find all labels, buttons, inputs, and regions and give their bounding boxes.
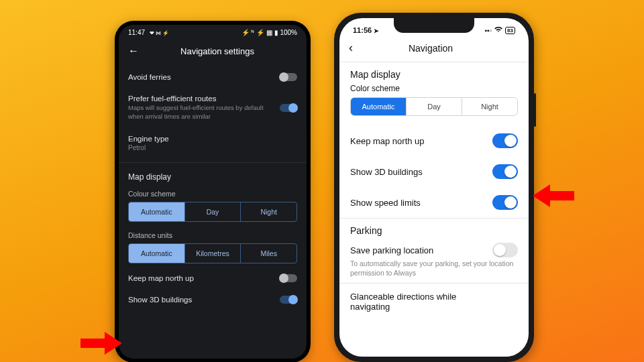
speed-limits-toggle[interactable] bbox=[492, 195, 518, 210]
distance-units-segmented[interactable]: Automatic Kilometres Miles bbox=[128, 243, 297, 263]
show-3d-toggle[interactable] bbox=[492, 164, 518, 179]
android-status-left-icons: ❤ ⋈ ⚡ bbox=[150, 30, 169, 36]
colour-scheme-day[interactable]: Day bbox=[185, 202, 241, 221]
callout-arrow-right bbox=[533, 184, 574, 207]
map-display-section-title: Map display bbox=[128, 166, 297, 184]
ios-screen: 11:56 ➤ ▪▪▫ 83 ‹ Navigation Map display … bbox=[339, 18, 529, 357]
speed-limits-row[interactable]: Show speed limits bbox=[339, 187, 529, 218]
avoid-ferries-row[interactable]: Avoid ferries bbox=[128, 66, 297, 88]
color-scheme-label: Color scheme bbox=[350, 84, 518, 93]
colour-scheme-segmented[interactable]: Automatic Day Night bbox=[128, 202, 297, 222]
android-phone-frame: 11:47 ❤ ⋈ ⚡ ⚡ ᴺ ⚡ ▦ ▮ 100% ← Navigation … bbox=[115, 21, 311, 362]
show-3d-label: Show 3D buildings bbox=[128, 296, 192, 304]
ios-header: ‹ Navigation bbox=[339, 40, 529, 62]
engine-type-value: Petrol bbox=[128, 144, 297, 152]
save-parking-sub: To automatically save your parking, set … bbox=[339, 259, 529, 283]
divider bbox=[119, 162, 307, 163]
fuel-efficient-sub: Maps will suggest fuel-efficient routes … bbox=[128, 104, 269, 121]
android-clock: 11:47 bbox=[128, 29, 145, 36]
distance-kilometres[interactable]: Kilometres bbox=[185, 244, 241, 263]
android-status-right-icons: ⚡ ᴺ ⚡ ▦ ▮ 100% bbox=[241, 29, 297, 36]
show-3d-toggle[interactable] bbox=[280, 296, 297, 304]
show-3d-row[interactable]: Show 3D buildings bbox=[339, 156, 529, 187]
keep-north-toggle[interactable] bbox=[280, 274, 297, 282]
speed-limits-label: Show speed limits bbox=[350, 198, 421, 208]
location-icon: ➤ bbox=[374, 27, 379, 34]
avoid-ferries-label: Avoid ferries bbox=[128, 73, 171, 81]
battery-icon: 83 bbox=[505, 27, 515, 34]
fuel-efficient-toggle[interactable] bbox=[280, 104, 297, 112]
colour-scheme-night[interactable]: Night bbox=[241, 202, 297, 221]
colour-scheme-automatic[interactable]: Automatic bbox=[129, 202, 185, 221]
callout-arrow-left bbox=[80, 332, 122, 355]
colour-scheme-label: Colour scheme bbox=[128, 184, 297, 202]
fuel-efficient-label: Prefer fuel-efficient routes bbox=[128, 95, 269, 103]
glanceable-row[interactable]: Glanceable directions while navigating bbox=[339, 284, 529, 320]
keep-north-toggle[interactable] bbox=[492, 133, 518, 148]
side-button bbox=[534, 93, 536, 127]
color-scheme-automatic[interactable]: Automatic bbox=[351, 98, 407, 115]
android-screen: 11:47 ❤ ⋈ ⚡ ⚡ ᴺ ⚡ ▦ ▮ 100% ← Navigation … bbox=[119, 25, 307, 359]
ios-phone-frame: 11:56 ➤ ▪▪▫ 83 ‹ Navigation Map display … bbox=[334, 13, 534, 362]
save-parking-label: Save parking location bbox=[350, 245, 433, 255]
wifi-icon bbox=[494, 27, 502, 34]
engine-type-row[interactable]: Engine type Petrol bbox=[128, 128, 297, 160]
fuel-efficient-row[interactable]: Prefer fuel-efficient routes Maps will s… bbox=[128, 88, 297, 128]
ios-clock: 11:56 bbox=[353, 26, 372, 34]
show-3d-row[interactable]: Show 3D buildings bbox=[128, 289, 297, 310]
keep-north-label: Keep map north up bbox=[350, 136, 425, 146]
back-arrow-icon[interactable]: ← bbox=[128, 45, 139, 57]
glanceable-label: Glanceable directions while navigating bbox=[350, 292, 471, 312]
save-parking-row[interactable]: Save parking location bbox=[339, 240, 529, 259]
distance-automatic[interactable]: Automatic bbox=[129, 244, 185, 263]
color-scheme-segmented[interactable]: Automatic Day Night bbox=[350, 97, 518, 116]
distance-miles[interactable]: Miles bbox=[241, 244, 297, 263]
android-header: ← Navigation settings bbox=[119, 40, 307, 66]
android-status-bar: 11:47 ❤ ⋈ ⚡ ⚡ ᴺ ⚡ ▦ ▮ 100% bbox=[119, 25, 307, 40]
parking-section-title: Parking bbox=[350, 225, 518, 236]
keep-north-row[interactable]: Keep map north up bbox=[339, 125, 529, 156]
color-scheme-night[interactable]: Night bbox=[462, 98, 517, 115]
engine-type-label: Engine type bbox=[128, 135, 297, 143]
show-3d-label: Show 3D buildings bbox=[350, 167, 423, 177]
distance-units-label: Distance units bbox=[128, 226, 297, 243]
save-parking-toggle[interactable] bbox=[492, 243, 518, 257]
notch bbox=[394, 18, 474, 33]
keep-north-label: Keep map north up bbox=[128, 274, 194, 282]
page-title: Navigation bbox=[353, 43, 508, 54]
avoid-ferries-toggle[interactable] bbox=[280, 73, 297, 81]
keep-north-row[interactable]: Keep map north up bbox=[128, 267, 297, 289]
color-scheme-day[interactable]: Day bbox=[407, 98, 462, 115]
page-title: Navigation settings bbox=[151, 46, 284, 56]
signal-icon: ▪▪▫ bbox=[484, 27, 492, 34]
map-display-section-title: Map display bbox=[350, 69, 518, 80]
